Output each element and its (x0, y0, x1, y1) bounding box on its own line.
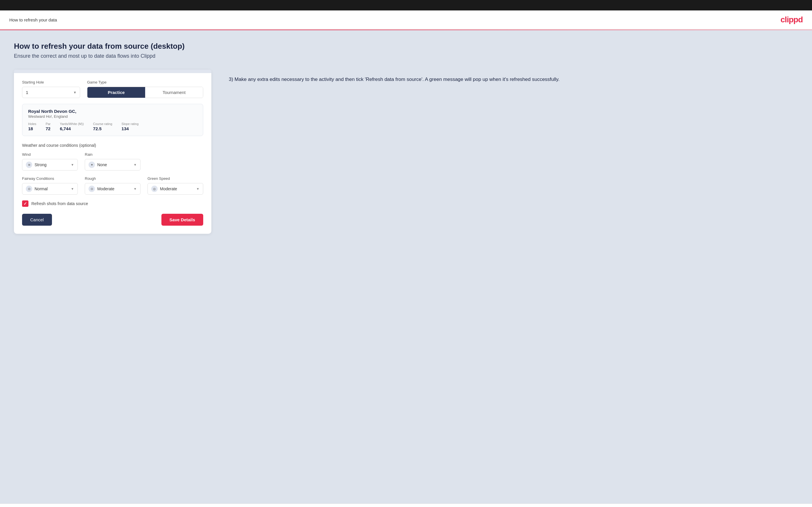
green-speed-label: Green Speed (148, 176, 203, 181)
wind-group: Wind ≋ Strong ▼ (22, 152, 78, 171)
rough-arrow-icon: ▼ (134, 187, 137, 190)
rough-value: Moderate (97, 186, 131, 191)
wind-value: Strong (35, 162, 68, 167)
starting-hole-select[interactable]: 1 (22, 87, 80, 98)
fairway-value: Normal (35, 186, 68, 191)
rain-group: Rain ✦ None ▼ (85, 152, 141, 171)
main-content: How to refresh your data from source (de… (0, 30, 812, 504)
par-value: 72 (46, 126, 51, 131)
rain-select[interactable]: ✦ None ▼ (85, 159, 141, 171)
course-location: Westward Ho!, England (28, 114, 197, 119)
card-top-strip (14, 70, 211, 73)
rain-value: None (97, 162, 131, 167)
starting-hole-gametype-row: Starting Hole 1 ▼ Game Type Practice Tou… (22, 80, 203, 98)
page-heading: How to refresh your data from source (de… (14, 42, 798, 51)
refresh-checkbox-row: ✓ Refresh shots from data source (22, 201, 203, 207)
wind-icon: ≋ (26, 162, 32, 168)
wind-arrow-icon: ▼ (71, 163, 74, 167)
holes-label: Holes (28, 122, 36, 126)
green-speed-value: Moderate (160, 186, 194, 191)
fairway-select[interactable]: ⊙ Normal ▼ (22, 183, 78, 194)
par-label: Par (46, 122, 51, 126)
course-rating-value: 72.5 (93, 126, 112, 131)
logo: clippd (781, 15, 803, 24)
starting-hole-group: Starting Hole 1 ▼ (22, 80, 80, 98)
stat-slope-rating: Slope rating 134 (122, 122, 139, 131)
game-type-label: Game Type (87, 80, 203, 84)
fairway-arrow-icon: ▼ (71, 187, 74, 190)
content-area: Starting Hole 1 ▼ Game Type Practice Tou… (14, 70, 798, 234)
green-speed-group: Green Speed ◎ Moderate ▼ (148, 176, 203, 194)
footer: Copyright Clippd 2022 (0, 504, 812, 507)
header-title: How to refresh your data (9, 17, 57, 22)
wind-label: Wind (22, 152, 78, 157)
rough-select[interactable]: ⊙ Moderate ▼ (85, 183, 141, 194)
wind-select[interactable]: ≋ Strong ▼ (22, 159, 78, 171)
stat-holes: Holes 18 (28, 122, 36, 131)
game-type-buttons: Practice Tournament (87, 87, 203, 98)
rain-label: Rain (85, 152, 141, 157)
wind-rain-row: Wind ≋ Strong ▼ Rain ✦ None ▼ (22, 152, 203, 171)
page-subheading: Ensure the correct and most up to date d… (14, 53, 798, 59)
form-card: Starting Hole 1 ▼ Game Type Practice Tou… (14, 70, 211, 234)
side-text-content: 3) Make any extra edits necessary to the… (229, 75, 798, 84)
conditions-row: Fairway Conditions ⊙ Normal ▼ Rough ⊙ Mo… (22, 176, 203, 194)
fairway-group: Fairway Conditions ⊙ Normal ▼ (22, 176, 78, 194)
starting-hole-select-wrapper: 1 ▼ (22, 87, 80, 98)
yards-label: Yards/White (M)) (60, 122, 84, 126)
refresh-label: Refresh shots from data source (31, 201, 88, 206)
side-text: 3) Make any extra edits necessary to the… (229, 70, 798, 84)
green-speed-select[interactable]: ◎ Moderate ▼ (148, 183, 203, 194)
slope-rating-value: 134 (122, 126, 139, 131)
course-name: Royal North Devon GC, (28, 109, 197, 114)
holes-value: 18 (28, 126, 36, 131)
save-button[interactable]: Save Details (161, 214, 203, 226)
stat-par: Par 72 (46, 122, 51, 131)
rain-icon: ✦ (89, 162, 95, 168)
slope-rating-label: Slope rating (122, 122, 139, 126)
green-speed-arrow-icon: ▼ (196, 187, 199, 190)
starting-hole-label: Starting Hole (22, 80, 80, 84)
rain-arrow-icon: ▼ (134, 163, 137, 167)
button-row: Cancel Save Details (22, 214, 203, 226)
rough-label: Rough (85, 176, 141, 181)
green-speed-icon: ◎ (151, 186, 158, 192)
stat-yards: Yards/White (M)) 6,744 (60, 122, 84, 131)
course-info-box: Royal North Devon GC, Westward Ho!, Engl… (22, 104, 203, 136)
refresh-checkbox[interactable]: ✓ (22, 201, 29, 207)
tournament-button[interactable]: Tournament (145, 87, 203, 98)
rough-icon: ⊙ (89, 186, 95, 192)
game-type-group: Game Type Practice Tournament (87, 80, 203, 98)
check-icon: ✓ (23, 201, 27, 206)
weather-section-label: Weather and course conditions (optional) (22, 143, 203, 148)
fairway-icon: ⊙ (26, 186, 32, 192)
rough-group: Rough ⊙ Moderate ▼ (85, 176, 141, 194)
top-bar (0, 0, 812, 10)
practice-button[interactable]: Practice (87, 87, 145, 98)
fairway-label: Fairway Conditions (22, 176, 78, 181)
course-rating-label: Course rating (93, 122, 112, 126)
cancel-button[interactable]: Cancel (22, 214, 52, 226)
header: How to refresh your data clippd (0, 10, 812, 30)
course-stats: Holes 18 Par 72 Yards/White (M)) 6,744 C… (28, 122, 197, 131)
stat-course-rating: Course rating 72.5 (93, 122, 112, 131)
yards-value: 6,744 (60, 126, 84, 131)
